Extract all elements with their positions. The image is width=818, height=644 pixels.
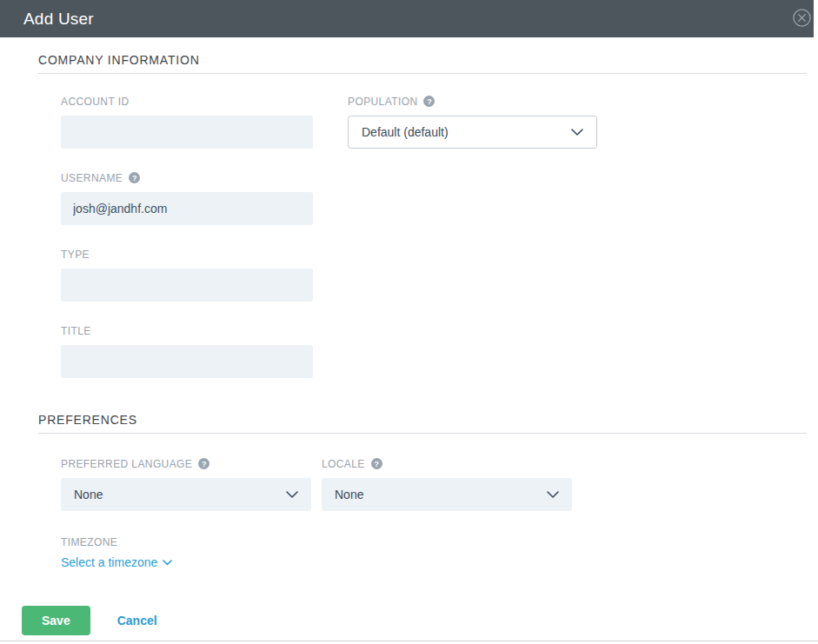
modal-header: Add User bbox=[0, 0, 814, 37]
field-preferred-language: PREFERRED LANGUAGE ? None bbox=[61, 457, 311, 511]
field-population: POPULATION ? Default (default) bbox=[348, 95, 597, 149]
timezone-link-label: Select a timezone bbox=[61, 555, 157, 569]
cancel-button[interactable]: Cancel bbox=[117, 614, 157, 627]
page-title: Add User bbox=[23, 10, 94, 29]
section-company-information: COMPANY INFORMATION ACCOUNT ID POPULATIO… bbox=[38, 53, 807, 378]
section-title-preferences: PREFERENCES bbox=[38, 413, 807, 427]
help-icon[interactable]: ? bbox=[371, 458, 382, 469]
account-id-label: ACCOUNT ID bbox=[61, 96, 129, 108]
type-input[interactable] bbox=[61, 269, 313, 302]
field-account-id: ACCOUNT ID bbox=[61, 95, 313, 149]
bottom-divider bbox=[0, 641, 818, 641]
help-icon[interactable]: ? bbox=[129, 172, 140, 183]
account-id-input[interactable] bbox=[61, 116, 313, 149]
section-divider bbox=[38, 433, 807, 434]
title-label: TITLE bbox=[61, 325, 91, 337]
chevron-down-icon bbox=[547, 491, 559, 498]
username-input[interactable] bbox=[61, 192, 313, 225]
close-icon[interactable] bbox=[791, 7, 813, 29]
modal-footer: Save Cancel bbox=[0, 606, 818, 635]
help-icon[interactable]: ? bbox=[198, 458, 209, 469]
preferred-language-select[interactable]: None bbox=[61, 478, 311, 511]
help-icon[interactable]: ? bbox=[423, 96, 435, 107]
population-select[interactable]: Default (default) bbox=[348, 116, 597, 149]
title-input[interactable] bbox=[61, 345, 313, 378]
field-title: TITLE bbox=[61, 324, 807, 378]
field-locale: LOCALE ? None bbox=[322, 457, 572, 511]
locale-selected-value: None bbox=[335, 488, 363, 501]
field-timezone: TIMEZONE Select a timezone bbox=[61, 535, 807, 570]
username-label: USERNAME bbox=[61, 172, 123, 184]
chevron-down-icon bbox=[163, 560, 172, 566]
locale-select[interactable]: None bbox=[322, 478, 572, 511]
type-label: TYPE bbox=[61, 249, 90, 261]
preferred-language-selected-value: None bbox=[74, 488, 103, 501]
chevron-down-icon bbox=[286, 491, 298, 498]
locale-label: LOCALE bbox=[322, 458, 365, 470]
section-preferences: PREFERENCES PREFERRED LANGUAGE ? None bbox=[38, 413, 807, 570]
chevron-down-icon bbox=[571, 129, 583, 136]
population-label: POPULATION bbox=[348, 96, 417, 108]
save-button[interactable]: Save bbox=[22, 606, 90, 635]
section-title-company: COMPANY INFORMATION bbox=[38, 53, 807, 67]
modal-body: COMPANY INFORMATION ACCOUNT ID POPULATIO… bbox=[0, 53, 818, 570]
field-username: USERNAME ? bbox=[61, 171, 807, 225]
population-selected-value: Default (default) bbox=[362, 125, 449, 139]
field-type: TYPE bbox=[61, 248, 807, 302]
section-divider bbox=[38, 73, 807, 74]
timezone-label: TIMEZONE bbox=[61, 536, 117, 548]
timezone-select-link[interactable]: Select a timezone bbox=[61, 555, 172, 569]
preferred-language-label: PREFERRED LANGUAGE bbox=[61, 458, 192, 470]
add-user-modal: Add User COMPANY INFORMATION ACCOUNT ID bbox=[0, 0, 818, 635]
